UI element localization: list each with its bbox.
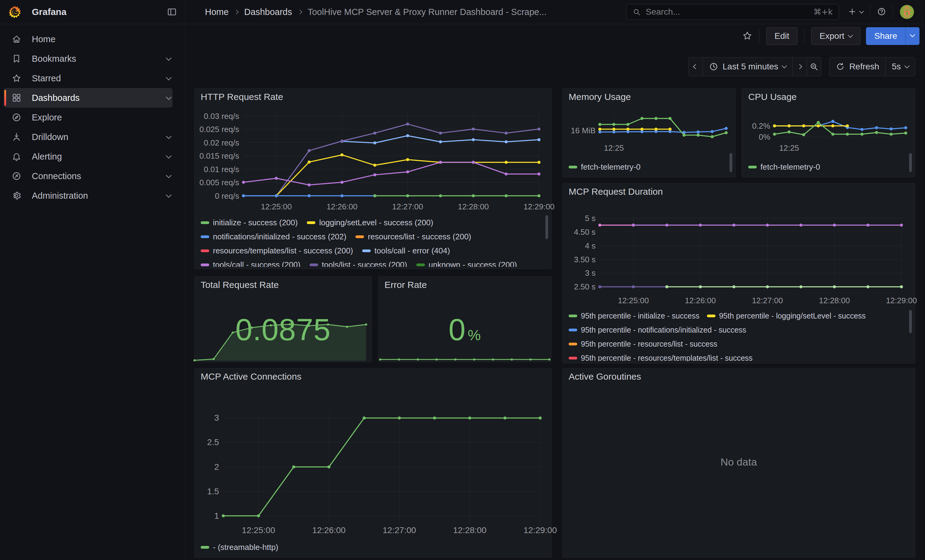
legend-scrollbar[interactable] [729,153,732,172]
edit-button[interactable]: Edit [766,27,797,45]
chevron-down-icon[interactable] [166,153,171,158]
star-icon [12,74,21,83]
svg-text:0.03 req/s: 0.03 req/s [204,111,239,121]
search-input[interactable]: Search... ⌘+k [626,4,839,20]
svg-text:2.50 s: 2.50 s [574,282,595,291]
mcp-active-connections-chart[interactable]: 12:25:0012:26:0012:27:0012:28:0012:29:00… [197,393,548,541]
legend-label: resources/list - success (200) [368,232,471,242]
plug-icon [12,171,21,181]
cpu-usage-chart[interactable]: 12:250.2%0% [745,110,911,154]
sidebar-item-administration[interactable]: Administration [4,186,173,206]
export-label: Export [820,31,844,41]
legend-swatch [569,315,577,317]
legend-item[interactable]: logging/setLevel - success (200) [307,216,433,230]
legend-item[interactable]: resources/templates/list - success (200) [201,244,353,258]
sidebar-item-explore[interactable]: Explore [4,108,173,127]
sidebar-item-connections[interactable]: Connections [4,166,173,186]
add-new-button[interactable] [848,7,863,17]
legend-item[interactable]: fetch-telemetry-0 [748,160,820,174]
panel-title[interactable]: Active Goroutines [569,371,641,382]
legend-item[interactable]: unknown - success (200) [416,258,517,267]
user-avatar[interactable] [900,5,914,19]
legend-label: notifications/initialized - success (202… [213,232,346,242]
help-button[interactable] [877,7,886,17]
time-shift-forward-button[interactable] [792,57,807,76]
legend-item[interactable]: 95th percentile - logging/setLevel - suc… [707,309,866,323]
error-rate-value: 0 % [378,312,551,347]
breadcrumb-dashboards[interactable]: Dashboards [244,7,292,17]
legend-item[interactable]: initialize - success (200) [201,216,298,230]
legend-item[interactable]: - (streamable-http) [201,540,278,554]
sidebar-item-dashboards[interactable]: Dashboards [4,88,173,108]
svg-text:12:25:00: 12:25:00 [242,525,275,535]
export-button[interactable]: Export [811,27,860,45]
legend-label: 95th percentile - resources/list - succe… [581,339,717,348]
grafana-logo-icon[interactable] [9,6,21,18]
legend-scrollbar[interactable] [545,215,548,239]
refresh-interval-picker[interactable]: 5s [885,57,915,76]
sidebar-item-drilldown[interactable]: Drilldown [4,127,173,147]
time-range-label: Last 5 minutes [723,62,778,72]
panel-mcp-active-connections: MCP Active Connections 12:25:0012:26:001… [194,368,551,557]
panel-title[interactable]: CPU Usage [748,92,797,102]
compass-icon [12,113,21,122]
panel-total-request-rate: Total Request Rate 0.0875 [194,276,372,362]
svg-text:12:29:00: 12:29:00 [524,525,557,535]
refresh-button[interactable]: Refresh [829,57,886,76]
sidebar-item-alerting[interactable]: Alerting [4,147,173,166]
legend-item[interactable]: 95th percentile - initialize - success [569,309,699,323]
clock-icon [709,62,718,71]
chevron-down-icon[interactable] [166,55,171,60]
legend-item[interactable]: tools/list - success (200) [310,258,407,267]
legend-item[interactable]: fetch-telemetry-0 [569,160,640,174]
legend-item[interactable]: 95th percentile - resources/list - succe… [569,337,717,351]
legend-item[interactable]: tools/call - error (404) [362,244,450,258]
share-menu-button[interactable] [905,27,919,45]
chevron-down-icon[interactable] [166,75,171,80]
http-legend: initialize - success (200)logging/setLev… [201,216,543,267]
sidebar-item-bookmarks[interactable]: Bookmarks [4,49,173,69]
memory-usage-chart[interactable]: 12:2516 MiB [566,110,731,154]
star-dashboard-button[interactable] [742,30,752,42]
chevron-down-icon[interactable] [166,133,171,139]
panel-title[interactable]: MCP Active Connections [201,371,301,382]
home-icon [12,34,21,44]
mcp-request-duration-chart[interactable]: 12:25:0012:26:0012:27:0012:28:0012:29:00… [566,201,912,309]
sidebar-item-home[interactable]: Home [4,29,173,49]
time-controls: Last 5 minutes Refresh 5s [185,57,915,77]
legend-scrollbar[interactable] [909,153,912,172]
share-button[interactable]: Share [866,27,905,45]
panel-title[interactable]: HTTP Request Rate [201,92,283,102]
legend-label: tools/call - success (200) [213,260,300,267]
svg-text:12:27:00: 12:27:00 [392,202,423,211]
legend-item[interactable]: tools/call - success (200) [201,258,300,267]
legend-item[interactable]: 95th percentile - notifications/initiali… [569,323,746,337]
breadcrumb-home[interactable]: Home [205,7,229,17]
legend-scrollbar[interactable] [909,310,912,333]
chevron-down-icon [848,33,853,38]
error-rate-sparkline[interactable] [380,354,550,361]
legend-label: 95th percentile - logging/setLevel - suc… [719,311,866,320]
svg-text:0.02 req/s: 0.02 req/s [204,138,239,147]
panel-active-goroutines: Active Goroutines No data [562,368,915,557]
panel-title[interactable]: Error Rate [384,280,427,290]
panel-title[interactable]: Memory Usage [569,92,631,102]
chevron-down-icon[interactable] [166,94,171,100]
panel-title[interactable]: MCP Request Duration [569,186,663,197]
panel-title[interactable]: Total Request Rate [201,280,279,290]
collapse-sidebar-icon[interactable] [167,7,177,17]
legend-item[interactable]: resources/list - success (200) [356,230,471,244]
legend-item[interactable]: 95th percentile - resources/templates/li… [569,351,752,361]
chevron-down-icon[interactable] [166,192,171,197]
svg-text:5 s: 5 s [585,214,595,223]
svg-text:0.025 req/s: 0.025 req/s [199,125,239,134]
time-range-picker[interactable]: Last 5 minutes [703,57,792,76]
legend-label: - (streamable-http) [213,543,278,552]
divider [893,6,893,18]
time-shift-back-button[interactable] [688,57,703,76]
http-request-rate-chart[interactable]: 12:25:0012:26:0012:27:0012:28:0012:29:00… [197,106,548,215]
zoom-out-button[interactable] [807,57,821,76]
sidebar-item-starred[interactable]: Starred [4,69,173,88]
chevron-down-icon[interactable] [166,173,171,178]
legend-item[interactable]: notifications/initialized - success (202… [201,230,346,244]
